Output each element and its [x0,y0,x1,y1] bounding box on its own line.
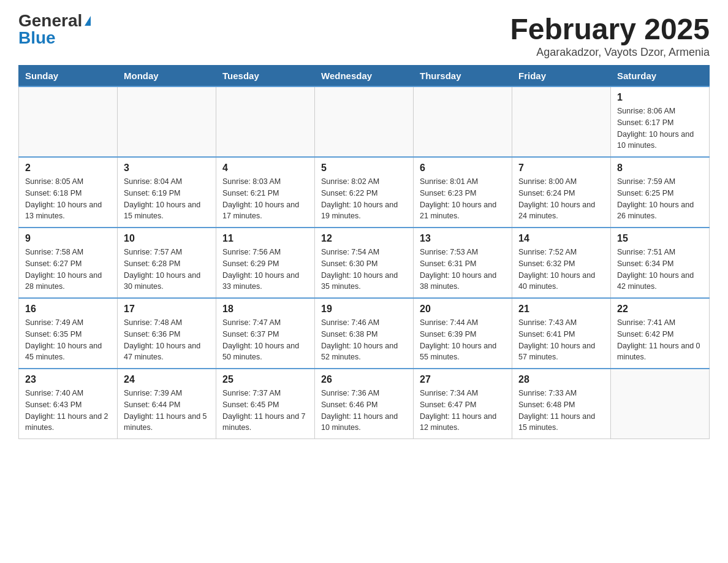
day-info: Sunrise: 7:34 AM Sunset: 6:47 PM Dayligh… [420,388,506,434]
day-info: Sunrise: 8:00 AM Sunset: 6:24 PM Dayligh… [518,176,604,222]
day-info: Sunrise: 8:03 AM Sunset: 6:21 PM Dayligh… [222,176,308,222]
day-number: 28 [518,374,604,385]
day-info: Sunrise: 8:06 AM Sunset: 6:17 PM Dayligh… [617,105,703,151]
day-number: 2 [25,163,111,174]
day-number: 11 [222,233,308,244]
day-header-tuesday: Tuesday [216,66,315,87]
day-number: 15 [617,233,703,244]
calendar-cell: 8Sunrise: 7:59 AM Sunset: 6:25 PM Daylig… [611,157,710,228]
day-info: Sunrise: 7:39 AM Sunset: 6:44 PM Dayligh… [124,388,210,434]
day-header-saturday: Saturday [611,66,710,87]
calendar-cell: 4Sunrise: 8:03 AM Sunset: 6:21 PM Daylig… [216,157,315,228]
day-header-friday: Friday [512,66,611,87]
day-number: 20 [420,304,506,315]
day-number: 25 [222,374,308,385]
day-info: Sunrise: 7:41 AM Sunset: 6:42 PM Dayligh… [617,317,703,363]
day-info: Sunrise: 7:59 AM Sunset: 6:25 PM Dayligh… [617,176,703,222]
day-number: 1 [617,92,703,103]
day-info: Sunrise: 8:04 AM Sunset: 6:19 PM Dayligh… [124,176,210,222]
calendar-cell: 21Sunrise: 7:43 AM Sunset: 6:41 PM Dayli… [512,298,611,369]
calendar-cell: 16Sunrise: 7:49 AM Sunset: 6:35 PM Dayli… [19,298,118,369]
calendar-cell [414,86,512,157]
day-info: Sunrise: 7:46 AM Sunset: 6:38 PM Dayligh… [321,317,407,363]
page-header: General Blue February 2025 Agarakadzor, … [18,12,710,59]
calendar-header-row: SundayMondayTuesdayWednesdayThursdayFrid… [19,66,710,87]
day-info: Sunrise: 7:54 AM Sunset: 6:30 PM Dayligh… [321,247,407,293]
day-number: 7 [518,163,604,174]
calendar-cell: 10Sunrise: 7:57 AM Sunset: 6:28 PM Dayli… [118,228,216,298]
calendar-cell: 18Sunrise: 7:47 AM Sunset: 6:37 PM Dayli… [216,298,315,369]
day-number: 23 [25,374,111,385]
day-info: Sunrise: 7:53 AM Sunset: 6:31 PM Dayligh… [420,247,506,293]
calendar-cell [512,86,611,157]
calendar-cell: 11Sunrise: 7:56 AM Sunset: 6:29 PM Dayli… [216,228,315,298]
calendar-cell: 27Sunrise: 7:34 AM Sunset: 6:47 PM Dayli… [414,369,512,439]
day-number: 14 [518,233,604,244]
calendar-week-4: 16Sunrise: 7:49 AM Sunset: 6:35 PM Dayli… [19,298,710,369]
day-info: Sunrise: 7:58 AM Sunset: 6:27 PM Dayligh… [25,247,111,293]
day-number: 6 [420,163,506,174]
calendar-cell: 3Sunrise: 8:04 AM Sunset: 6:19 PM Daylig… [118,157,216,228]
day-info: Sunrise: 7:37 AM Sunset: 6:45 PM Dayligh… [222,388,308,434]
calendar-cell: 17Sunrise: 7:48 AM Sunset: 6:36 PM Dayli… [118,298,216,369]
calendar-cell: 5Sunrise: 8:02 AM Sunset: 6:22 PM Daylig… [315,157,414,228]
calendar-cell [118,86,216,157]
calendar-cell [19,86,118,157]
calendar-week-2: 2Sunrise: 8:05 AM Sunset: 6:18 PM Daylig… [19,157,710,228]
day-number: 26 [321,374,407,385]
calendar-cell [611,369,710,439]
day-info: Sunrise: 7:56 AM Sunset: 6:29 PM Dayligh… [222,247,308,293]
logo-blue-text: Blue [18,29,56,47]
logo-general-text: General [18,12,82,29]
day-number: 16 [25,304,111,315]
calendar-cell: 1Sunrise: 8:06 AM Sunset: 6:17 PM Daylig… [611,86,710,157]
calendar-cell: 20Sunrise: 7:44 AM Sunset: 6:39 PM Dayli… [414,298,512,369]
day-number: 22 [617,304,703,315]
calendar-week-5: 23Sunrise: 7:40 AM Sunset: 6:43 PM Dayli… [19,369,710,439]
day-number: 12 [321,233,407,244]
day-info: Sunrise: 8:01 AM Sunset: 6:23 PM Dayligh… [420,176,506,222]
day-number: 3 [124,163,210,174]
day-number: 24 [124,374,210,385]
title-block: February 2025 Agarakadzor, Vayots Dzor, … [510,12,710,59]
day-info: Sunrise: 7:40 AM Sunset: 6:43 PM Dayligh… [25,388,111,434]
day-info: Sunrise: 7:33 AM Sunset: 6:48 PM Dayligh… [518,388,604,434]
calendar-cell: 13Sunrise: 7:53 AM Sunset: 6:31 PM Dayli… [414,228,512,298]
calendar-cell: 26Sunrise: 7:36 AM Sunset: 6:46 PM Dayli… [315,369,414,439]
calendar-cell: 12Sunrise: 7:54 AM Sunset: 6:30 PM Dayli… [315,228,414,298]
location-subtitle: Agarakadzor, Vayots Dzor, Armenia [510,46,710,59]
day-info: Sunrise: 7:57 AM Sunset: 6:28 PM Dayligh… [124,247,210,293]
day-header-wednesday: Wednesday [315,66,414,87]
day-number: 19 [321,304,407,315]
calendar-cell [216,86,315,157]
day-number: 10 [124,233,210,244]
logo-triangle-icon [85,16,91,26]
calendar-table: SundayMondayTuesdayWednesdayThursdayFrid… [18,65,710,439]
day-header-sunday: Sunday [19,66,118,87]
day-number: 18 [222,304,308,315]
calendar-week-3: 9Sunrise: 7:58 AM Sunset: 6:27 PM Daylig… [19,228,710,298]
day-info: Sunrise: 7:48 AM Sunset: 6:36 PM Dayligh… [124,317,210,363]
day-number: 13 [420,233,506,244]
day-number: 5 [321,163,407,174]
calendar-cell: 7Sunrise: 8:00 AM Sunset: 6:24 PM Daylig… [512,157,611,228]
day-number: 8 [617,163,703,174]
day-info: Sunrise: 7:36 AM Sunset: 6:46 PM Dayligh… [321,388,407,434]
calendar-cell: 2Sunrise: 8:05 AM Sunset: 6:18 PM Daylig… [19,157,118,228]
day-info: Sunrise: 7:43 AM Sunset: 6:41 PM Dayligh… [518,317,604,363]
calendar-cell: 28Sunrise: 7:33 AM Sunset: 6:48 PM Dayli… [512,369,611,439]
day-info: Sunrise: 7:51 AM Sunset: 6:34 PM Dayligh… [617,247,703,293]
calendar-cell: 15Sunrise: 7:51 AM Sunset: 6:34 PM Dayli… [611,228,710,298]
day-info: Sunrise: 7:49 AM Sunset: 6:35 PM Dayligh… [25,317,111,363]
calendar-cell: 25Sunrise: 7:37 AM Sunset: 6:45 PM Dayli… [216,369,315,439]
calendar-cell: 24Sunrise: 7:39 AM Sunset: 6:44 PM Dayli… [118,369,216,439]
day-info: Sunrise: 7:44 AM Sunset: 6:39 PM Dayligh… [420,317,506,363]
day-number: 4 [222,163,308,174]
logo: General Blue [18,12,91,47]
calendar-week-1: 1Sunrise: 8:06 AM Sunset: 6:17 PM Daylig… [19,86,710,157]
day-number: 21 [518,304,604,315]
calendar-cell: 14Sunrise: 7:52 AM Sunset: 6:32 PM Dayli… [512,228,611,298]
day-info: Sunrise: 7:52 AM Sunset: 6:32 PM Dayligh… [518,247,604,293]
day-info: Sunrise: 8:02 AM Sunset: 6:22 PM Dayligh… [321,176,407,222]
calendar-cell: 19Sunrise: 7:46 AM Sunset: 6:38 PM Dayli… [315,298,414,369]
